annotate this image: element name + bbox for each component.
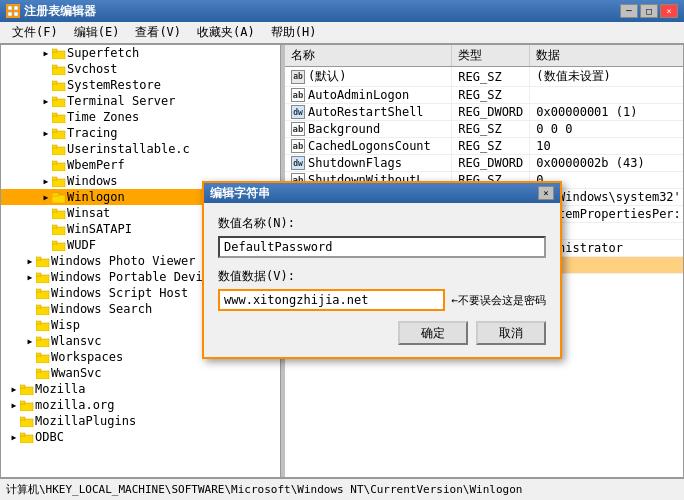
maximize-button[interactable]: □ [640, 4, 658, 18]
folder-icon [19, 415, 35, 427]
tree-item-tracing[interactable]: ▶ Tracing [1, 125, 280, 141]
reg-name: ShutdownFlags [308, 156, 402, 170]
tree-arrow [41, 79, 51, 91]
table-row[interactable]: dw AutoRestartShell REG_DWORD 0x00000001… [285, 104, 683, 121]
tree-arrow: ▶ [41, 127, 51, 139]
svg-rect-39 [36, 321, 41, 324]
menu-file[interactable]: 文件(F) [4, 22, 66, 43]
dialog-name-label: 数值名称(N): [218, 215, 546, 232]
tree-item-label: Workspaces [51, 350, 123, 364]
svg-rect-37 [36, 305, 41, 308]
tree-arrow: ▶ [25, 255, 35, 267]
tree-item-label: Time Zones [67, 110, 139, 124]
svg-rect-53 [20, 433, 25, 436]
svg-rect-23 [52, 193, 59, 196]
tree-arrow [41, 159, 51, 171]
dialog-data-note: ←不要误会这是密码 [451, 293, 546, 308]
dialog-close-button[interactable]: × [538, 186, 554, 200]
folder-icon [35, 367, 51, 379]
reg-data: 0x0000002b (43) [530, 155, 683, 172]
dialog-cancel-button[interactable]: 取消 [476, 321, 546, 345]
tree-item-odbc[interactable]: ▶ ODBC [1, 429, 280, 445]
dialog-body: 数值名称(N): 数值数据(V): ←不要误会这是密码 确定 取消 [204, 203, 560, 357]
folder-icon [35, 287, 51, 299]
tree-arrow [25, 319, 35, 331]
tree-item-label: MozillaPlugins [35, 414, 136, 428]
tree-arrow [41, 239, 51, 251]
reg-type: REG_SZ [452, 138, 530, 155]
tree-item-mozilla[interactable]: ▶ Mozilla [1, 381, 280, 397]
table-row[interactable]: ab AutoAdminLogon REG_SZ [285, 87, 683, 104]
minimize-button[interactable]: ─ [620, 4, 638, 18]
tree-item-label: SystemRestore [67, 78, 161, 92]
close-button[interactable]: × [660, 4, 678, 18]
tree-arrow [41, 63, 51, 75]
folder-icon [51, 63, 67, 75]
tree-item-label: Windows [67, 174, 118, 188]
table-row[interactable]: ab CachedLogonsCount REG_SZ 10 [285, 138, 683, 155]
svg-rect-7 [52, 65, 57, 68]
dialog-title-bar: 编辑字符串 × [204, 183, 560, 203]
tree-arrow: ▶ [9, 431, 19, 443]
folder-icon [51, 79, 67, 91]
dialog-data-input[interactable] [218, 289, 445, 311]
reg-type-icon: ab [291, 70, 305, 84]
folder-icon [51, 47, 67, 59]
tree-item-systemrestore[interactable]: SystemRestore [1, 77, 280, 93]
tree-item-timezones[interactable]: Time Zones [1, 109, 280, 125]
tree-item-label: Windows Search [51, 302, 152, 316]
tree-item-mozilla-plugins[interactable]: MozillaPlugins [1, 413, 280, 429]
svg-rect-27 [52, 225, 57, 228]
reg-type: REG_DWORD [452, 155, 530, 172]
menu-help[interactable]: 帮助(H) [263, 22, 325, 43]
tree-item-label: Windows Portable Device [51, 270, 217, 284]
folder-icon [35, 319, 51, 331]
table-row[interactable]: ab (默认) REG_SZ (数值未设置) [285, 67, 683, 87]
reg-name: (默认) [308, 68, 346, 85]
tree-item-label: Superfetch [67, 46, 139, 60]
dialog-name-input[interactable] [218, 236, 546, 258]
reg-type: REG_DWORD [452, 104, 530, 121]
svg-rect-51 [20, 417, 25, 420]
dialog-ok-button[interactable]: 确定 [398, 321, 468, 345]
svg-rect-17 [52, 145, 57, 148]
folder-icon [35, 351, 51, 363]
table-row[interactable]: dw ShutdownFlags REG_DWORD 0x0000002b (4… [285, 155, 683, 172]
tree-item-label: ODBC [35, 430, 64, 444]
tree-item-label: Winlogon [67, 190, 125, 204]
tree-arrow [25, 303, 35, 315]
status-bar: 计算机\HKEY_LOCAL_MACHINE\SOFTWARE\Microsof… [0, 478, 684, 500]
menu-edit[interactable]: 编辑(E) [66, 22, 128, 43]
status-text: 计算机\HKEY_LOCAL_MACHINE\SOFTWARE\Microsof… [6, 482, 522, 497]
tree-item-wwansvc[interactable]: WwanSvc [1, 365, 280, 381]
tree-item-label: mozilla.org [35, 398, 114, 412]
folder-icon [51, 239, 67, 251]
tree-arrow: ▶ [25, 335, 35, 347]
edit-string-dialog: 编辑字符串 × 数值名称(N): 数值数据(V): ←不要误会这是密码 确定 取… [202, 181, 562, 359]
tree-item-label: Terminal Server [67, 94, 175, 108]
reg-name: AutoAdminLogon [308, 88, 409, 102]
folder-icon [35, 335, 51, 347]
menu-favorites[interactable]: 收藏夹(A) [189, 22, 263, 43]
folder-icon [19, 383, 35, 395]
dialog-title: 编辑字符串 [210, 185, 270, 202]
tree-item-userinstallable[interactable]: Userinstallable.c [1, 141, 280, 157]
table-row[interactable]: ab Background REG_SZ 0 0 0 [285, 121, 683, 138]
menu-view[interactable]: 查看(V) [127, 22, 189, 43]
tree-item-superfetch[interactable]: ▶ Superfetch [1, 45, 280, 61]
folder-icon [35, 255, 51, 267]
svg-rect-49 [20, 401, 25, 404]
tree-item-svchost[interactable]: Svchost [1, 61, 280, 77]
tree-item-terminal[interactable]: ▶ Terminal Server [1, 93, 280, 109]
tree-item-wbemperf[interactable]: WbemPerf [1, 157, 280, 173]
dialog-data-row: ←不要误会这是密码 [218, 289, 546, 311]
tree-item-label: Svchost [67, 62, 118, 76]
reg-type-icon: ab [291, 88, 305, 102]
svg-rect-19 [52, 161, 57, 164]
svg-rect-11 [52, 97, 57, 100]
tree-arrow [25, 367, 35, 379]
tree-item-mozilla-org[interactable]: ▶ mozilla.org [1, 397, 280, 413]
reg-type-icon: dw [291, 156, 305, 170]
col-header-type: 类型 [452, 45, 530, 67]
reg-name: Background [308, 122, 380, 136]
